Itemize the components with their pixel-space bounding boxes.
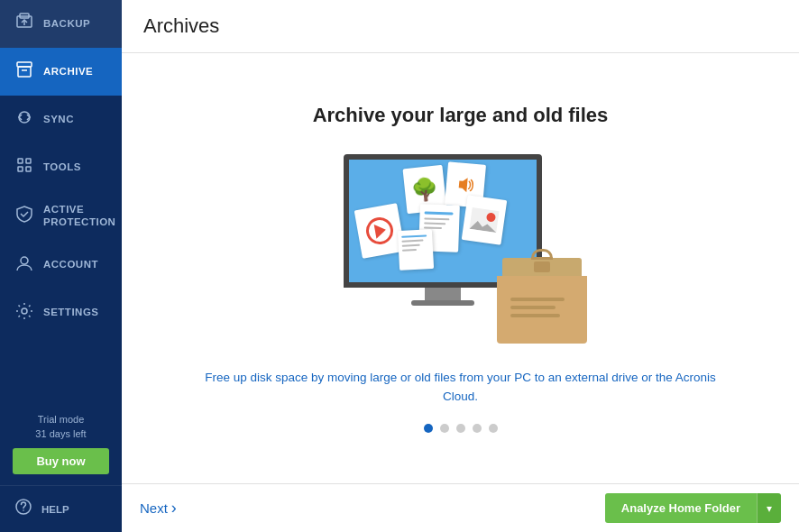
buy-now-button[interactable]: Buy now <box>13 448 109 474</box>
sidebar-item-settings-label: Settings <box>43 307 99 319</box>
main-content: Archive your large and old files 🌳 <box>122 53 799 483</box>
photo-inner <box>469 207 499 233</box>
sidebar-item-help-label: Help <box>41 504 69 515</box>
sidebar-item-active-protection[interactable]: Active Protection <box>0 191 122 242</box>
sidebar-item-account-label: Account <box>43 259 98 271</box>
sidebar-item-account[interactable]: Account <box>0 242 122 289</box>
monitor-stand <box>425 288 461 300</box>
pagination-dots <box>424 424 498 433</box>
sidebar-bottom: Trial mode 31 days left Buy now <box>0 402 122 485</box>
sidebar-item-sync-label: Sync <box>43 114 74 126</box>
pagination-dot-4[interactable] <box>473 424 482 433</box>
pagination-dot-5[interactable] <box>489 424 498 433</box>
box-line-2 <box>510 306 556 309</box>
archive-box <box>497 258 587 344</box>
sidebar-item-active-protection-label: Active Protection <box>43 204 115 229</box>
trial-info: Trial mode 31 days left <box>13 413 109 441</box>
archive-icon <box>14 60 34 83</box>
next-button[interactable]: Next › <box>140 499 177 518</box>
sidebar-item-tools[interactable]: Tools <box>0 143 122 191</box>
analyze-button[interactable]: Analyze Home Folder <box>605 493 757 523</box>
sidebar-item-backup[interactable]: Backup <box>0 0 122 48</box>
photo-file-card <box>461 195 507 245</box>
analyze-button-group: Analyze Home Folder ▾ <box>605 493 781 523</box>
pagination-dot-1[interactable] <box>424 424 433 433</box>
page-title: Archives <box>143 14 777 38</box>
svg-point-13 <box>23 509 24 511</box>
sidebar-item-help[interactable]: Help <box>0 485 122 532</box>
main-header: Archives <box>122 0 799 53</box>
small-doc-card <box>397 229 433 271</box>
help-icon <box>14 498 32 520</box>
sidebar-item-tools-label: Tools <box>43 161 81 174</box>
box-handle <box>531 249 553 260</box>
description-text: Free up disk space by moving large or ol… <box>190 369 731 406</box>
svg-point-10 <box>21 257 28 264</box>
pagination-dot-2[interactable] <box>440 424 449 433</box>
play-icon <box>363 216 395 247</box>
dropdown-icon: ▾ <box>767 502 772 515</box>
footer-left: Next › <box>140 499 177 518</box>
sidebar: Backup Archive Sync <box>0 0 122 532</box>
next-chevron: › <box>171 499 177 518</box>
svg-rect-8 <box>18 167 23 171</box>
box-line-1 <box>510 298 565 301</box>
main-content-area: Archives Archive your large and old file… <box>122 0 799 532</box>
svg-point-11 <box>22 308 27 314</box>
box-line-3 <box>510 314 560 317</box>
monitor-base <box>411 300 474 306</box>
illustration: 🌳 <box>335 154 587 344</box>
svg-rect-4 <box>18 67 31 77</box>
trial-days: 31 days left <box>13 427 109 441</box>
svg-marker-14 <box>458 178 467 193</box>
box-body <box>497 276 587 344</box>
backup-icon <box>14 13 34 35</box>
account-icon <box>14 254 34 277</box>
analyze-dropdown-button[interactable]: ▾ <box>757 493 781 523</box>
box-lid <box>502 258 582 276</box>
next-label: Next <box>140 500 168 516</box>
svg-rect-7 <box>26 159 31 163</box>
svg-rect-6 <box>18 159 23 163</box>
sidebar-item-backup-label: Backup <box>43 18 90 31</box>
svg-rect-9 <box>26 167 31 171</box>
sync-icon <box>14 108 34 131</box>
tools-icon <box>14 156 34 179</box>
sidebar-item-sync[interactable]: Sync <box>0 96 122 143</box>
trial-mode: Trial mode <box>13 413 109 427</box>
shield-icon <box>14 205 34 227</box>
settings-icon <box>14 302 34 325</box>
play-triangle <box>373 223 387 239</box>
sidebar-item-archive[interactable]: Archive <box>0 48 122 96</box>
archive-heading: Archive your large and old files <box>313 104 609 127</box>
pagination-dot-3[interactable] <box>456 424 465 433</box>
sidebar-item-settings[interactable]: Settings <box>0 289 122 337</box>
main-footer: Next › Analyze Home Folder ▾ <box>122 483 799 532</box>
sidebar-item-archive-label: Archive <box>43 66 93 78</box>
box-lines <box>510 298 574 322</box>
